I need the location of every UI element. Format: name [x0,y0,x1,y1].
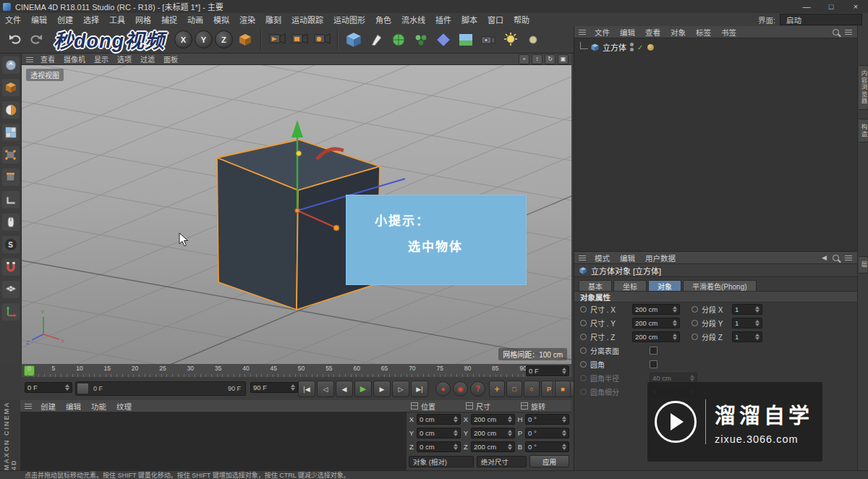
zoom-view-icon[interactable]: ↕ [532,54,542,64]
rotation-b-input[interactable]: 0 ° [525,441,569,452]
tab-layers[interactable]: 层 [859,256,868,274]
preview-range-slider[interactable]: 0 F 90 F [75,381,246,396]
menu-item-character[interactable]: 角色 [370,14,396,25]
render-queue-button[interactable] [312,30,332,50]
panel-menu-icon[interactable] [25,404,32,404]
om-menu-bookmarks[interactable]: 书签 [717,27,741,38]
uv-mode-button[interactable] [2,124,20,141]
keyframe-circle-icon[interactable] [692,306,698,313]
panel-menu-icon[interactable] [579,30,586,30]
om-menu-objects[interactable]: 对象 [666,27,690,38]
size-z-input[interactable]: 200 cm [632,331,680,342]
maximize-button[interactable]: □ [819,0,843,13]
menu-item-script[interactable]: 脚本 [456,14,482,25]
model-mode-button[interactable] [2,79,20,96]
tab-coordinates[interactable]: 坐标 [613,280,647,291]
position-x-input[interactable]: 0 cm [417,414,461,425]
object-name[interactable]: 立方体 [603,41,626,53]
search-icon[interactable] [833,255,839,261]
tab-basic[interactable]: 基本 [579,280,612,291]
menu-item-help[interactable]: 帮助 [509,14,535,25]
size-z-input[interactable]: 200 cm [471,441,515,452]
ruler-frame-input[interactable]: 0 F [526,365,569,376]
spinner-icon[interactable] [559,416,566,423]
segments-z-input[interactable]: 1 [732,331,762,342]
spinner-icon[interactable] [752,306,760,313]
tab-content-browser[interactable]: 内容浏览器 [859,65,868,110]
record-keyframe-button[interactable]: ● [435,381,451,397]
edge-mode-button[interactable] [2,169,20,186]
spline-pen-button[interactable] [366,30,386,50]
keyframe-help-button[interactable]: ? [470,381,485,397]
viewport-menu-options[interactable]: 选项 [113,54,136,64]
rotation-h-input[interactable]: 0 ° [525,414,569,425]
snap-button[interactable] [2,258,20,276]
menu-item-tools[interactable]: 工具 [104,14,130,25]
keyframe-circle-icon[interactable] [580,347,587,354]
spinner-icon[interactable] [559,430,566,436]
keyframe-circle-icon[interactable] [692,320,698,326]
render-view-button[interactable] [267,30,287,50]
mm-menu-texture[interactable]: 纹理 [112,401,136,412]
solo-button[interactable]: ■ [555,381,571,397]
spinner-icon[interactable] [752,320,760,326]
object-properties-header[interactable]: 对象属性 [574,292,858,302]
menu-item-edit[interactable]: 编辑 [26,14,52,25]
environment-button[interactable] [456,30,476,50]
next-key-button[interactable]: ▷ [392,381,409,397]
coordinate-system-button[interactable] [235,30,255,50]
spinner-icon[interactable] [505,416,512,423]
timeline-ruler[interactable]: 05 1015 2025 3035 4045 5055 6065 7075 80… [22,364,571,378]
menu-item-mesh[interactable]: 网格 [130,14,156,25]
spinner-icon[interactable] [288,384,295,391]
panel-menu-icon[interactable] [26,57,33,58]
goto-end-button[interactable]: ▶| [411,381,428,397]
range-handle[interactable] [77,383,89,394]
position-z-input[interactable]: 0 cm [417,441,461,452]
camera-button[interactable] [478,30,498,50]
interface-select[interactable]: 启动 [780,14,862,25]
light-dim-button[interactable] [523,30,543,50]
tab-structure[interactable]: 构造 [859,119,868,143]
spinner-icon[interactable] [559,368,566,374]
rotate-view-icon[interactable]: ↻ [545,54,556,64]
filter-icon[interactable] [845,30,852,30]
menu-item-render[interactable]: 渲染 [234,14,260,25]
menu-item-window[interactable]: 窗口 [482,14,509,25]
end-frame-input[interactable]: 90 F [250,382,298,393]
close-button[interactable]: × [843,0,868,13]
render-settings-button[interactable] [289,30,310,50]
segments-y-input[interactable]: 1 [732,318,762,328]
coordinate-mode-select[interactable]: 对象 (相对) [409,456,474,467]
deformer-button[interactable] [433,30,454,50]
viewport-menu-panel[interactable]: 面板 [159,54,182,64]
om-menu-tags[interactable]: 标签 [692,27,715,38]
y-axis-lock-button[interactable]: Y [195,30,213,48]
mograph-button[interactable] [411,30,431,50]
spinner-icon[interactable] [670,334,677,340]
position-y-input[interactable]: 0 cm [417,428,461,438]
panel-menu-icon[interactable] [579,255,586,256]
fillet-checkbox[interactable] [650,360,658,368]
texture-mode-button[interactable] [2,101,20,119]
enabled-check-icon[interactable]: ✓ [637,43,643,51]
spinner-icon[interactable] [451,416,458,423]
axis-modify-button[interactable] [2,303,20,321]
phong-tag-icon[interactable] [647,44,654,51]
undo-button[interactable] [4,30,25,50]
om-menu-edit[interactable]: 编辑 [616,27,639,38]
record-position-toggle[interactable]: + [489,381,505,397]
size-y-input[interactable]: 200 cm [471,428,515,438]
viewport-menu-view[interactable]: 查看 [36,54,59,64]
add-primitive-cube-button[interactable] [344,30,364,50]
menu-item-snap[interactable]: 捕捉 [156,14,182,25]
spinner-icon[interactable] [670,306,677,313]
redo-button[interactable] [27,30,47,50]
tab-phong[interactable]: 平滑着色(Phong) [683,280,757,291]
om-menu-file[interactable]: 文件 [590,27,614,38]
om-menu-view[interactable]: 查看 [641,27,665,38]
menu-item-select[interactable]: 选择 [78,14,104,25]
spinner-icon[interactable] [505,444,512,450]
pan-view-icon[interactable]: + [519,54,529,64]
spinner-icon[interactable] [451,444,458,450]
